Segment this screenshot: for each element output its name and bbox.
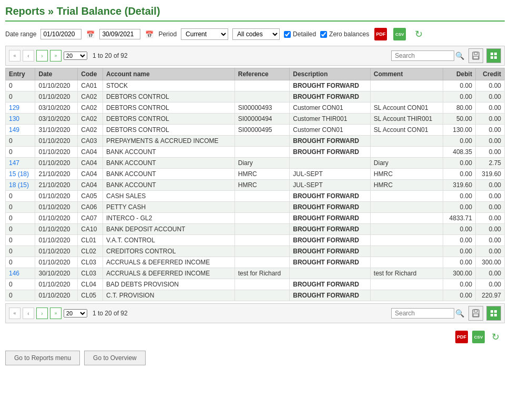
refresh-icon-bottom: ↻ xyxy=(492,331,499,343)
table-row: 14630/10/2020CL03ACCRUALS & DEFERRED INC… xyxy=(6,268,505,279)
reference-cell: test for Richard xyxy=(234,268,289,279)
pdf-button-bottom[interactable]: PDF xyxy=(454,330,469,344)
date-cell: 01/10/2020 xyxy=(35,224,78,235)
comment-cell xyxy=(370,279,443,290)
next-page-button[interactable]: › xyxy=(36,50,48,62)
entry-cell: 0 xyxy=(6,91,35,103)
search-input-top[interactable] xyxy=(391,50,454,61)
reference-cell xyxy=(234,147,289,158)
date-from-input[interactable] xyxy=(40,29,81,39)
debit-cell: 0.00 xyxy=(443,202,475,213)
detailed-checkbox[interactable] xyxy=(284,31,291,38)
next-page-button-bottom[interactable]: › xyxy=(36,308,48,319)
code-cell: CA05 xyxy=(78,191,103,202)
overview-button[interactable]: Go to Overview xyxy=(84,351,146,365)
entry-link[interactable]: 129 xyxy=(9,104,19,111)
table-row: 14701/10/2020CA04BANK ACCOUNTDiaryDiary0… xyxy=(6,158,505,169)
account-cell: C.T. PROVISION xyxy=(103,290,234,301)
date-cell: 21/10/2020 xyxy=(35,180,78,191)
reference-cell xyxy=(234,235,289,246)
entry-link[interactable]: 146 xyxy=(9,270,19,277)
zero-balances-label: Zero balances xyxy=(329,30,369,38)
calendar-from-icon[interactable]: 📅 xyxy=(86,29,95,39)
per-page-select-bottom[interactable]: 20 50 100 xyxy=(64,309,87,317)
refresh-button[interactable]: ↻ xyxy=(411,27,426,42)
codes-select[interactable]: All codes CA codes CL codes xyxy=(232,28,280,40)
svg-rect-12 xyxy=(491,314,493,316)
entry-link[interactable]: 15 (18) xyxy=(9,170,29,178)
account-cell: DEBTORS CONTROL xyxy=(103,91,234,103)
svg-rect-2 xyxy=(473,56,478,59)
description-cell: Customer CON01 xyxy=(290,125,371,136)
description-cell: BROUGHT FORWARD xyxy=(290,279,371,290)
pdf-icon-bottom: PDF xyxy=(455,331,468,343)
page-info-bottom: 1 to 20 of 92 xyxy=(93,310,128,317)
entry-link[interactable]: 130 xyxy=(9,115,19,122)
grid-button-bottom[interactable] xyxy=(486,306,501,321)
save-button-bottom[interactable] xyxy=(468,306,483,321)
comment-cell xyxy=(370,136,443,147)
csv-button[interactable]: CSV xyxy=(392,27,407,42)
grid-icon-bottom xyxy=(490,310,497,317)
table-row: 001/10/2020CA04BANK ACCOUNTBROUGHT FORWA… xyxy=(6,147,505,158)
description-cell: BROUGHT FORWARD xyxy=(290,213,371,224)
account-cell: STOCK xyxy=(103,80,234,91)
header-debit: Debit xyxy=(443,68,475,80)
search-icon-bottom[interactable]: 🔍 xyxy=(455,309,464,317)
search-icon-top[interactable]: 🔍 xyxy=(455,52,464,60)
description-cell: BROUGHT FORWARD xyxy=(290,246,371,257)
entry-link[interactable]: 149 xyxy=(9,126,19,134)
entry-link[interactable]: 147 xyxy=(9,159,19,167)
period-select[interactable]: Current Previous All xyxy=(181,28,228,40)
code-cell: CL04 xyxy=(78,279,103,290)
account-cell: DEBTORS CONTROL xyxy=(103,114,234,125)
date-cell: 03/10/2020 xyxy=(35,114,78,125)
date-cell: 01/10/2020 xyxy=(35,191,78,202)
save-button-top[interactable] xyxy=(468,48,483,63)
code-cell: CL01 xyxy=(78,235,103,246)
table-row: 001/10/2020CA05CASH SALESBROUGHT FORWARD… xyxy=(6,191,505,202)
reference-cell xyxy=(234,290,289,301)
calendar-to-icon[interactable]: 📅 xyxy=(145,29,154,39)
account-cell: BANK ACCOUNT xyxy=(103,147,234,158)
debit-cell: 0.00 xyxy=(443,169,475,180)
comment-cell xyxy=(370,235,443,246)
first-page-button[interactable]: « xyxy=(9,50,21,62)
date-to-input[interactable] xyxy=(99,29,140,39)
prev-page-button[interactable]: ‹ xyxy=(23,50,34,62)
last-page-button-bottom[interactable]: » xyxy=(50,308,62,319)
table-row: 15 (18)21/10/2020CA04BANK ACCOUNTHMRCJUL… xyxy=(6,169,505,180)
code-cell: CL03 xyxy=(78,257,103,268)
entry-cell: 0 xyxy=(6,246,35,257)
per-page-select-top[interactable]: 20 50 100 xyxy=(64,52,87,60)
description-cell: BROUGHT FORWARD xyxy=(290,91,371,103)
date-cell: 03/10/2020 xyxy=(35,103,78,114)
reference-cell xyxy=(234,246,289,257)
entry-cell: 0 xyxy=(6,213,35,224)
last-page-button[interactable]: » xyxy=(50,50,62,62)
pdf-button[interactable]: PDF xyxy=(373,27,388,42)
comment-cell: SL Account CON01 xyxy=(370,103,443,114)
reports-menu-button[interactable]: Go to Reports menu xyxy=(5,351,80,365)
prev-page-button-bottom[interactable]: ‹ xyxy=(23,308,34,319)
zero-balances-checkbox[interactable] xyxy=(320,31,327,38)
reference-cell: HMRC xyxy=(234,180,289,191)
entry-link[interactable]: 18 (15) xyxy=(9,181,29,189)
page-title: Reports » Trial Balance (Detail) xyxy=(5,5,505,22)
first-page-button-bottom[interactable]: « xyxy=(9,308,21,319)
code-cell: CA04 xyxy=(78,180,103,191)
refresh-button-bottom[interactable]: ↻ xyxy=(488,330,503,344)
grid-button-top[interactable] xyxy=(486,48,501,63)
credit-cell: 0.00 xyxy=(475,147,504,158)
comment-cell xyxy=(370,191,443,202)
account-cell: BANK ACCOUNT xyxy=(103,158,234,169)
table-row: 14931/10/2020CA02DEBTORS CONTROLSI000004… xyxy=(6,125,505,136)
description-cell: BROUGHT FORWARD xyxy=(290,147,371,158)
account-cell: BAD DEBTS PROVISION xyxy=(103,279,234,290)
save-icon-top xyxy=(472,52,480,60)
reference-cell xyxy=(234,202,289,213)
search-input-bottom[interactable] xyxy=(391,308,454,319)
description-cell: BROUGHT FORWARD xyxy=(290,290,371,301)
account-cell: V.A.T. CONTROL xyxy=(103,235,234,246)
csv-button-bottom[interactable]: CSV xyxy=(471,330,486,344)
